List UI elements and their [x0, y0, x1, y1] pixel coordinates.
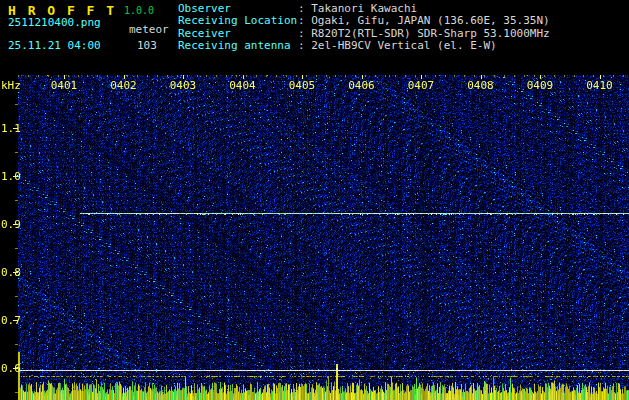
- info-value-observer: Takanori Kawachi: [311, 2, 417, 15]
- y-axis-unit: kHz: [1, 79, 21, 92]
- info-label-location: Receiving Location: [178, 15, 298, 27]
- info-value-antenna: 2el-HB9CV Vertical (el. E-W): [311, 39, 496, 52]
- x-axis-subtick: [345, 75, 346, 77]
- x-axis-subtick: [593, 75, 594, 77]
- x-axis-subtick: [28, 75, 29, 77]
- x-axis-subtick: [464, 75, 465, 77]
- x-axis-subtick: [177, 75, 178, 77]
- x-axis-tick: [540, 75, 541, 79]
- x-axis-subtick: [484, 75, 485, 77]
- x-axis-subtick: [435, 75, 436, 77]
- y-axis-tick: [13, 176, 18, 177]
- x-axis-subtick: [18, 75, 19, 77]
- x-axis-subtick: [296, 75, 297, 77]
- x-axis-subtick: [504, 75, 505, 77]
- x-axis-subtick: [554, 75, 555, 77]
- x-axis-subtick: [127, 75, 128, 77]
- x-axis-subtick: [107, 75, 108, 77]
- x-axis-subtick: [415, 75, 416, 77]
- y-axis-tick: [13, 272, 18, 273]
- x-axis-subtick: [375, 75, 376, 77]
- hrofft-window: H R O F F T 1.0.0 2511210400.png meteor …: [0, 0, 629, 400]
- x-axis-tick: [243, 75, 244, 79]
- x-axis-subtick: [365, 75, 366, 77]
- x-axis-tick: [421, 75, 422, 79]
- y-axis-subtick: [15, 392, 18, 393]
- spectrogram-canvas: [18, 75, 629, 400]
- x-axis-subtick: [256, 75, 257, 77]
- x-axis-subtick: [206, 75, 207, 77]
- x-axis-label: 0404: [229, 79, 257, 92]
- x-axis-subtick: [266, 75, 267, 77]
- y-axis-subtick: [15, 344, 18, 345]
- x-axis-subtick: [187, 75, 188, 77]
- info-value-receiver: R820T2(RTL-SDR) SDR-Sharp 53.1000MHz: [311, 27, 549, 40]
- x-axis-subtick: [38, 75, 39, 77]
- info-separator: :: [298, 2, 311, 15]
- x-axis-tick: [481, 75, 482, 79]
- x-axis-label: 0407: [407, 79, 435, 92]
- x-axis-subtick: [524, 75, 525, 77]
- y-axis-tick: [13, 320, 18, 321]
- x-axis-subtick: [603, 75, 604, 77]
- y-axis-subtick: [15, 104, 18, 105]
- x-axis-subtick: [385, 75, 386, 77]
- station-info-panel: Observer: Takanori Kawachi Receiving Loc…: [178, 3, 550, 53]
- x-axis-subtick: [335, 75, 336, 77]
- count-label: 103: [137, 39, 157, 52]
- x-axis-subtick: [583, 75, 584, 77]
- x-axis-label: 0408: [467, 79, 495, 92]
- x-axis-subtick: [117, 75, 118, 77]
- y-axis-subtick: [15, 200, 18, 201]
- x-axis-label: 0403: [169, 79, 197, 92]
- x-axis-tick: [64, 75, 65, 79]
- output-filename: 2511210400.png: [8, 16, 101, 29]
- x-axis-subtick: [326, 75, 327, 77]
- x-axis-label: 0410: [586, 79, 614, 92]
- x-axis-label: 0409: [526, 79, 554, 92]
- x-axis-subtick: [613, 75, 614, 77]
- x-axis-subtick: [58, 75, 59, 77]
- x-axis-subtick: [276, 75, 277, 77]
- x-axis-subtick: [137, 75, 138, 77]
- x-axis-label: 0402: [110, 79, 138, 92]
- x-axis-label: 0401: [50, 79, 78, 92]
- x-axis-subtick: [316, 75, 317, 77]
- x-axis-subtick: [355, 75, 356, 77]
- x-axis-label: 0406: [348, 79, 376, 92]
- x-axis-tick: [183, 75, 184, 79]
- y-axis-tick: [13, 368, 18, 369]
- x-axis-subtick: [544, 75, 545, 77]
- y-axis-subtick: [15, 296, 18, 297]
- x-axis-subtick: [147, 75, 148, 77]
- version-label: 1.0.0: [124, 5, 154, 16]
- info-label-antenna: Receiving antenna: [178, 40, 298, 52]
- x-axis-subtick: [97, 75, 98, 77]
- y-axis-tick: [13, 224, 18, 225]
- x-axis-subtick: [395, 75, 396, 77]
- x-axis-subtick: [216, 75, 217, 77]
- x-axis-subtick: [48, 75, 49, 77]
- info-separator: :: [298, 39, 311, 52]
- x-axis-tick: [302, 75, 303, 79]
- x-axis-subtick: [405, 75, 406, 77]
- y-axis-tick: [13, 128, 18, 129]
- x-axis-subtick: [425, 75, 426, 77]
- x-axis-tick: [600, 75, 601, 79]
- x-axis-subtick: [306, 75, 307, 77]
- x-axis-subtick: [514, 75, 515, 77]
- datetime-label: 25.11.21 04:00: [8, 39, 101, 52]
- info-value-location: Ogaki, Gifu, JAPAN (136.60E, 35.35N): [311, 14, 549, 27]
- x-axis-tick: [362, 75, 363, 79]
- x-axis-subtick: [286, 75, 287, 77]
- x-axis-subtick: [623, 75, 624, 77]
- mode-label: meteor: [129, 23, 169, 36]
- x-axis-subtick: [78, 75, 79, 77]
- x-axis-subtick: [494, 75, 495, 77]
- x-axis-label: 0405: [288, 79, 316, 92]
- info-separator: :: [298, 27, 311, 40]
- x-axis-subtick: [574, 75, 575, 77]
- x-axis-subtick: [236, 75, 237, 77]
- x-axis-subtick: [197, 75, 198, 77]
- x-axis-subtick: [87, 75, 88, 77]
